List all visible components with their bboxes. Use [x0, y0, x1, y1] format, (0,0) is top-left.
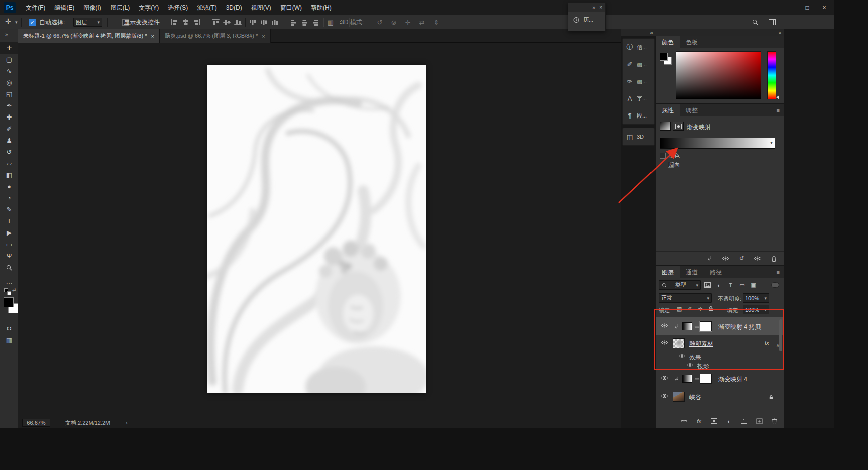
link-layers-icon[interactable]	[679, 416, 689, 426]
type-tool[interactable]: T	[0, 215, 18, 227]
visibility-eye-icon[interactable]	[661, 393, 668, 399]
history-flyout-body[interactable]: 历...	[568, 12, 605, 24]
layer-mask-thumbnail[interactable]	[700, 321, 712, 331]
minimize-button[interactable]: –	[782, 0, 799, 15]
pen-tool[interactable]: ✎	[0, 204, 18, 215]
layer-name[interactable]: 雕塑素材	[689, 340, 713, 348]
blend-mode-dropdown[interactable]: 正常	[659, 293, 712, 303]
new-group-icon[interactable]	[739, 416, 749, 426]
menu-item-4[interactable]: 文字(Y)	[134, 0, 163, 15]
hue-slider-marker[interactable]	[776, 95, 779, 99]
fill-field[interactable]: 100%	[743, 305, 769, 314]
path-selection-tool[interactable]: ▶	[0, 227, 18, 239]
filter-shape-layers-icon[interactable]: ▭	[737, 280, 747, 290]
close-button[interactable]: ×	[816, 0, 833, 15]
visibility-eye-icon[interactable]	[661, 375, 668, 381]
dither-checkbox[interactable]	[660, 153, 666, 159]
crop-tool[interactable]: ◱	[0, 88, 18, 100]
maximize-button[interactable]: □	[799, 0, 816, 15]
filter-smart-objects-icon[interactable]: ▣	[749, 280, 758, 290]
effects-row[interactable]: 效果	[656, 351, 784, 361]
tab-channels[interactable]: 通道	[680, 266, 704, 278]
panel-menu-icon[interactable]: ≡	[777, 107, 780, 113]
previous-state-icon[interactable]	[721, 254, 730, 263]
layer-name[interactable]: 渐变映射 4	[718, 375, 747, 384]
layer-mask-thumbnail[interactable]	[700, 374, 712, 384]
new-layer-icon[interactable]	[754, 416, 764, 426]
clip-to-layer-icon[interactable]	[705, 254, 714, 263]
align-top-icon[interactable]	[212, 17, 220, 27]
quick-mask-icon[interactable]: ◘	[0, 322, 18, 334]
adjustment-thumbnail[interactable]	[682, 322, 692, 330]
foreground-color-swatch[interactable]	[4, 297, 14, 307]
layer-filter-dropdown[interactable]: 类型	[659, 280, 701, 290]
mask-link-icon[interactable]	[695, 377, 700, 382]
lock-position-icon[interactable]: ✛	[697, 305, 704, 312]
status-expander-icon[interactable]: ›	[126, 417, 128, 428]
layer-name[interactable]: 渐变映射 4 拷贝	[718, 323, 761, 331]
menu-item-10[interactable]: 帮助(H)	[306, 0, 336, 15]
marquee-tool[interactable]: ▢	[0, 54, 18, 65]
toolbar-collapse-icon[interactable]: »	[5, 32, 8, 37]
menu-item-8[interactable]: 视图(V)	[247, 0, 276, 15]
layer-row-canyon[interactable]: 峡谷	[656, 388, 784, 406]
tab-properties[interactable]: 属性	[656, 104, 680, 116]
align-center-h-icon[interactable]	[182, 17, 190, 27]
menu-item-0[interactable]: 文件(F)	[21, 0, 50, 15]
distribute-right-icon[interactable]	[312, 17, 320, 27]
delete-layer-icon[interactable]	[770, 416, 779, 426]
tool-preset-caret-icon[interactable]	[15, 20, 18, 25]
filter-adjustment-layers-icon[interactable]: ◐	[714, 280, 724, 290]
eyedropper-tool[interactable]: ✒	[0, 100, 18, 111]
menu-item-3[interactable]: 图层(L)	[106, 0, 135, 15]
zoom-tool[interactable]	[0, 262, 18, 273]
lock-transparent-icon[interactable]: ▨	[676, 305, 683, 312]
dodge-tool[interactable]: ◔	[0, 192, 18, 204]
menu-item-2[interactable]: 图像(I)	[79, 0, 105, 15]
visibility-eye-icon[interactable]	[679, 354, 685, 358]
character-panel[interactable]: A字...	[623, 90, 654, 107]
gradient-tool[interactable]: ◧	[0, 169, 18, 181]
close-flyout-icon[interactable]: ×	[599, 5, 602, 10]
visibility-eye-icon[interactable]	[661, 340, 668, 345]
distribute-spacing-h-icon[interactable]: ▥	[327, 17, 335, 27]
hand-tool[interactable]: Ψ	[0, 250, 18, 262]
layers-scrollbar[interactable]	[779, 319, 782, 351]
align-left-icon[interactable]	[171, 17, 179, 27]
gradient-picker-caret-icon[interactable]: ▾	[770, 140, 773, 145]
collapse-panels-icon[interactable]: »	[778, 30, 781, 36]
screen-mode-icon[interactable]: ▥	[0, 334, 18, 346]
filter-type-layers-icon[interactable]: T	[726, 280, 735, 290]
lock-all-icon[interactable]	[707, 305, 714, 312]
align-middle-icon[interactable]	[223, 17, 231, 27]
brush-settings-panel[interactable]: ✐画...	[623, 56, 654, 73]
3d-orbit-icon[interactable]: ↺	[376, 17, 384, 27]
menu-item-1[interactable]: 编辑(E)	[50, 0, 79, 15]
canvas-area[interactable]	[18, 43, 621, 417]
tab-close-icon[interactable]: ×	[262, 33, 265, 39]
distribute-bottom-icon[interactable]	[271, 17, 279, 27]
adjustment-thumbnail[interactable]	[682, 375, 692, 383]
info-panel[interactable]: ⓘ信...	[623, 39, 654, 56]
foreground-swatch[interactable]	[660, 53, 668, 61]
brush-tool[interactable]: ✐	[0, 123, 18, 135]
gradient-editor-bar[interactable]: ▾	[660, 138, 775, 149]
active-tool-icon[interactable]: ✛	[5, 17, 11, 25]
paragraph-panel[interactable]: ¶段...	[623, 107, 654, 124]
3d-slide-icon[interactable]: ⇄	[418, 17, 426, 27]
panel-menu-icon[interactable]: ≡	[777, 269, 780, 275]
quick-selection-tool[interactable]: ◎	[0, 77, 18, 88]
opacity-field[interactable]: 100%	[743, 293, 769, 303]
brushes-panel[interactable]: ✑画...	[623, 73, 654, 90]
expand-panels-icon[interactable]: «	[650, 30, 653, 36]
dock-panel-icon[interactable]: »	[593, 5, 596, 10]
distribute-center-v-icon[interactable]	[301, 17, 309, 27]
3d-roll-icon[interactable]: ⊚	[390, 17, 398, 27]
eraser-tool[interactable]: ▱	[0, 158, 18, 169]
tab-paths[interactable]: 路径	[704, 266, 728, 278]
visibility-eye-icon[interactable]	[661, 323, 668, 328]
menu-item-6[interactable]: 滤镜(T)	[192, 0, 221, 15]
shape-tool[interactable]: ▭	[0, 239, 18, 250]
layer-name[interactable]: 峡谷	[689, 393, 701, 402]
hue-slider[interactable]	[767, 51, 776, 99]
